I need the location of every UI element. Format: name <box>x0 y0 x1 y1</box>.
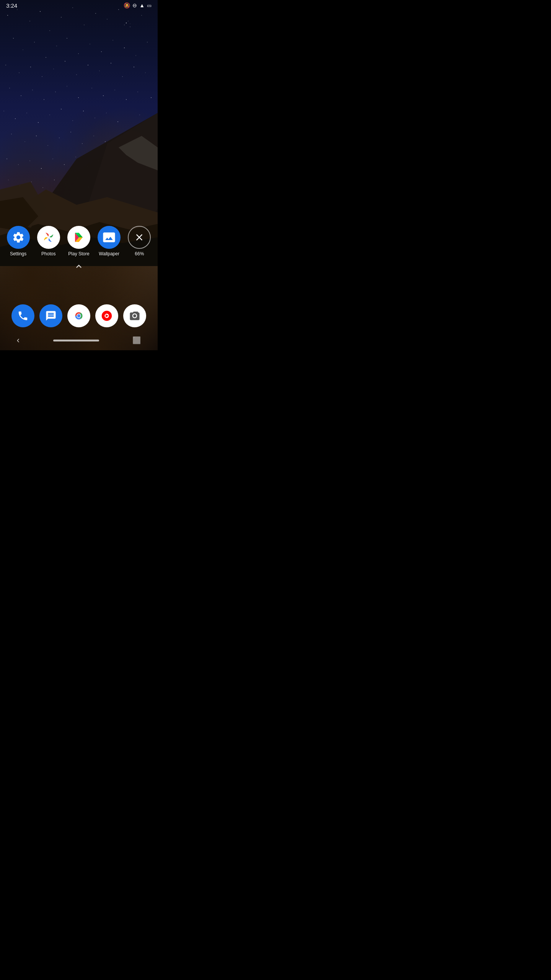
svg-point-8 <box>95 13 96 14</box>
svg-point-42 <box>33 90 33 90</box>
svg-point-43 <box>44 99 44 100</box>
svg-point-11 <box>130 27 130 27</box>
svg-point-39 <box>145 73 146 73</box>
photos-icon-circle <box>37 226 60 249</box>
playstore-label: Play Store <box>68 251 89 256</box>
home-pill[interactable] <box>53 340 99 341</box>
svg-point-47 <box>91 88 92 88</box>
status-bar: 3:24 🔕 ⊖ ▲ ▭ <box>0 0 158 11</box>
svg-point-19 <box>67 38 67 39</box>
settings-gear-icon <box>12 231 25 244</box>
svg-point-26 <box>147 42 147 42</box>
svg-point-36 <box>111 63 111 63</box>
svg-point-16 <box>34 42 34 42</box>
app-wallpaper[interactable]: Wallpaper <box>95 226 123 256</box>
svg-point-29 <box>30 67 31 67</box>
back-button[interactable]: ‹ <box>17 335 20 345</box>
playstore-icon <box>72 230 86 244</box>
svg-point-32 <box>65 61 65 61</box>
svg-point-20 <box>78 53 78 54</box>
svg-point-23 <box>112 40 113 40</box>
svg-point-45 <box>67 86 67 87</box>
playstore-icon-circle <box>67 226 90 249</box>
app-playstore[interactable]: Play Store <box>65 226 93 256</box>
svg-point-107 <box>124 24 124 25</box>
svg-point-33 <box>76 74 77 75</box>
svg-point-24 <box>124 47 125 48</box>
mute-bell-icon: 🔕 <box>124 2 130 8</box>
svg-point-117 <box>47 236 50 238</box>
close-icon-circle <box>128 226 151 249</box>
svg-point-46 <box>78 97 78 98</box>
apps-grid: Settings Photos <box>0 226 158 256</box>
svg-point-40 <box>9 88 10 88</box>
svg-point-21 <box>90 44 90 44</box>
svg-point-18 <box>57 46 57 46</box>
svg-point-3 <box>40 11 41 12</box>
app-close[interactable]: 66% <box>126 226 153 256</box>
photos-pinwheel-icon <box>42 230 55 244</box>
svg-point-34 <box>88 65 88 65</box>
app-row: Settings Photos <box>0 226 158 274</box>
svg-point-5 <box>61 17 61 17</box>
ytmusic-icon <box>100 309 113 322</box>
status-time: 3:24 <box>6 2 17 9</box>
wallpaper-icon <box>103 231 116 244</box>
svg-point-35 <box>99 71 100 71</box>
svg-point-58 <box>61 109 61 109</box>
svg-point-15 <box>23 50 23 50</box>
dock-phone[interactable] <box>11 304 34 327</box>
svg-point-0 <box>7 15 8 16</box>
app-photos[interactable]: Photos <box>35 226 62 256</box>
svg-point-7 <box>84 25 85 25</box>
svg-point-106 <box>128 21 129 21</box>
wifi-icon: ▲ <box>139 2 145 8</box>
svg-point-31 <box>54 69 54 69</box>
photos-label: Photos <box>41 251 55 256</box>
dock-chrome[interactable] <box>67 304 90 327</box>
svg-point-22 <box>101 51 101 52</box>
messages-icon <box>45 310 57 322</box>
app-settings[interactable]: Settings <box>5 226 32 256</box>
chevron-up-icon[interactable] <box>73 261 84 274</box>
svg-point-38 <box>134 67 134 67</box>
svg-point-25 <box>136 56 136 56</box>
svg-point-52 <box>151 97 152 98</box>
dock-messages[interactable] <box>39 304 62 327</box>
chrome-icon <box>72 309 85 322</box>
svg-point-4 <box>50 31 50 31</box>
svg-point-50 <box>126 99 126 100</box>
svg-point-48 <box>103 95 104 96</box>
svg-point-49 <box>115 90 115 90</box>
dock-camera[interactable] <box>123 304 146 327</box>
wallpaper-label: Wallpaper <box>99 251 119 256</box>
nav-bar: ‹ ⬜ <box>0 330 158 350</box>
status-icons: 🔕 ⊖ ▲ ▭ <box>124 2 152 8</box>
svg-point-27 <box>5 65 6 65</box>
svg-point-53 <box>4 111 4 111</box>
battery-icon: ▭ <box>147 3 152 8</box>
camera-icon <box>129 310 140 322</box>
wallpaper-icon-circle <box>98 226 121 249</box>
close-x-icon <box>134 232 145 243</box>
svg-point-51 <box>137 91 138 92</box>
svg-point-14 <box>13 38 13 38</box>
svg-point-12 <box>141 15 142 15</box>
settings-label: Settings <box>10 251 26 256</box>
svg-point-28 <box>19 73 20 73</box>
svg-point-125 <box>77 314 81 318</box>
svg-point-37 <box>122 76 122 77</box>
svg-point-30 <box>42 76 42 77</box>
svg-point-44 <box>55 91 55 92</box>
svg-point-105 <box>126 23 127 23</box>
svg-point-108 <box>130 24 130 24</box>
svg-point-41 <box>21 95 21 96</box>
dock-ytmusic[interactable] <box>95 304 118 327</box>
dock <box>0 304 158 327</box>
battery-percent-label: 66% <box>135 251 144 256</box>
dnd-icon: ⊖ <box>132 2 137 8</box>
svg-point-17 <box>46 57 46 57</box>
svg-point-9 <box>107 19 107 19</box>
svg-point-2 <box>29 21 30 21</box>
recents-button[interactable]: ⬜ <box>132 336 141 345</box>
